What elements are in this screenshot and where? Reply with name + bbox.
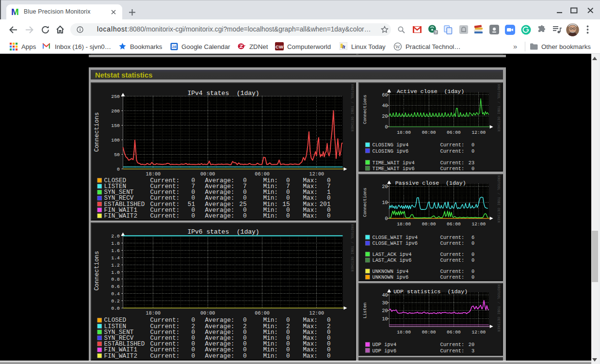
svg-text:Current:: Current: [150, 212, 179, 220]
svg-text:0: 0 [471, 240, 474, 246]
svg-text:Max:: Max: [303, 352, 317, 360]
svg-text:0: 0 [385, 216, 388, 222]
svg-text:12:00: 12:00 [472, 130, 486, 135]
svg-text:0: 0 [471, 257, 474, 263]
svg-text:00:00: 00:00 [422, 330, 436, 335]
svg-text:100: 100 [111, 138, 120, 143]
svg-text:UNKNOWN ipv6: UNKNOWN ipv6 [373, 274, 409, 280]
svg-text:12:00: 12:00 [472, 222, 486, 227]
svg-text:TIME_WAIT ipv4: TIME_WAIT ipv4 [373, 160, 415, 166]
svg-text:18:00: 18:00 [146, 311, 161, 316]
svg-text:28: 28 [172, 45, 176, 49]
svg-text:0: 0 [471, 142, 474, 148]
svg-text:Current:: Current: [440, 240, 465, 246]
svg-text:UDP ipv4: UDP ipv4 [373, 342, 397, 348]
svg-text:3: 3 [471, 348, 474, 354]
svg-text:Average:: Average: [205, 212, 234, 220]
svg-text:Current:: Current: [440, 269, 465, 274]
svg-text:0: 0 [243, 212, 246, 220]
svg-text:Listen: Listen [362, 302, 368, 318]
svg-text:CW: CW [276, 44, 283, 49]
svg-text:20: 20 [382, 114, 388, 120]
svg-text:60: 60 [382, 93, 388, 98]
svg-text:UDP ipv6: UDP ipv6 [373, 348, 397, 354]
svg-text:FIN_WAIT2: FIN_WAIT2 [104, 212, 137, 220]
svg-text:1.4: 1.4 [111, 255, 120, 261]
svg-text:0.4: 0.4 [111, 291, 120, 297]
svg-text:Current:: Current: [440, 342, 465, 348]
svg-text:Average:: Average: [205, 352, 234, 360]
svg-text:TIME_WAIT ipv6: TIME_WAIT ipv6 [373, 166, 415, 171]
svg-text:0: 0 [471, 274, 474, 280]
svg-text:Min:: Min: [263, 212, 277, 220]
svg-text:IPv6 states (1day): IPv6 states (1day) [187, 228, 259, 236]
svg-text:Connections: Connections [93, 112, 100, 152]
svg-text:0: 0 [471, 252, 474, 257]
svg-text:UDP statistics (1day): UDP statistics (1day) [393, 288, 468, 295]
svg-text:0.8: 0.8 [111, 277, 120, 283]
svg-text:00:00: 00:00 [200, 311, 215, 316]
svg-text:UNKNOWN ipv4: UNKNOWN ipv4 [373, 269, 409, 274]
svg-text:0.2: 0.2 [111, 299, 120, 304]
svg-text:Current:: Current: [440, 166, 465, 171]
svg-text:0: 0 [286, 212, 290, 220]
svg-text:0: 0 [191, 352, 195, 360]
svg-text:250: 250 [111, 94, 120, 99]
svg-text:LAST_ACK ipv6: LAST_ACK ipv6 [373, 257, 412, 263]
svg-text:1.0: 1.0 [111, 270, 120, 275]
svg-text:200: 200 [111, 109, 120, 114]
svg-text:Current:: Current: [440, 142, 465, 148]
svg-text:0: 0 [191, 212, 195, 220]
svg-text:Current:: Current: [440, 235, 465, 240]
svg-text:12:00: 12:00 [472, 330, 486, 335]
svg-text:0.6: 0.6 [111, 285, 120, 290]
svg-text:IPv4 states (1day): IPv4 states (1day) [187, 90, 259, 97]
svg-text:Connections: Connections [93, 251, 100, 291]
svg-text:CLOSE_WAIT ipv4: CLOSE_WAIT ipv4 [373, 235, 418, 240]
svg-text:0: 0 [326, 212, 330, 220]
svg-text:Current:: Current: [440, 274, 465, 280]
svg-text:06:00: 06:00 [255, 311, 270, 316]
svg-text:CLOSING ipv6: CLOSING ipv6 [373, 148, 409, 154]
svg-text:1.6: 1.6 [111, 248, 120, 253]
svg-text:18:00: 18:00 [397, 130, 411, 135]
svg-text:?: ? [435, 30, 437, 34]
svg-text:2.0: 2.0 [111, 234, 120, 239]
svg-text:06:00: 06:00 [447, 130, 461, 135]
svg-text:00:00: 00:00 [200, 172, 215, 177]
svg-text:50: 50 [114, 152, 120, 158]
svg-text:RRDTOOL / TOBI OETIKER: RRDTOOL / TOBI OETIKER [497, 175, 501, 223]
svg-text:20: 20 [382, 184, 388, 190]
svg-text:Active close (1day): Active close (1day) [397, 88, 464, 95]
svg-text:0: 0 [385, 125, 388, 130]
svg-text:Current:: Current: [150, 352, 179, 360]
svg-text:18:00: 18:00 [397, 222, 411, 227]
svg-text:0: 0 [471, 166, 474, 171]
svg-text:Current:: Current: [440, 148, 465, 154]
svg-text:CLOSE_WAIT ipv6: CLOSE_WAIT ipv6 [373, 240, 418, 246]
svg-text:Connections: Connections [362, 95, 368, 125]
svg-text:M: M [12, 7, 19, 16]
svg-text:18:00: 18:00 [146, 172, 161, 177]
svg-text:10: 10 [382, 200, 388, 206]
svg-text:00:00: 00:00 [422, 222, 436, 227]
svg-text:CLOSING ipv4: CLOSING ipv4 [373, 142, 409, 148]
svg-text:30: 30 [382, 301, 388, 306]
svg-text:Connections: Connections [362, 188, 368, 217]
svg-text:150: 150 [111, 123, 120, 128]
svg-text:FIN_WAIT2: FIN_WAIT2 [104, 352, 137, 360]
svg-text:Current:: Current: [440, 348, 465, 354]
svg-text:0: 0 [117, 167, 120, 172]
svg-text:LAST_ACK ipv4: LAST_ACK ipv4 [373, 252, 412, 257]
svg-text:23: 23 [469, 160, 474, 166]
svg-text:RRDTOOL / TOBI OETIKER: RRDTOOL / TOBI OETIKER [350, 84, 354, 132]
svg-text:20: 20 [382, 308, 388, 314]
svg-text:0: 0 [471, 269, 474, 274]
svg-text:0: 0 [286, 352, 290, 360]
svg-text:06:00: 06:00 [447, 330, 461, 335]
svg-text:0.0: 0.0 [111, 306, 120, 311]
svg-text:Current:: Current: [440, 160, 465, 166]
svg-text:06:00: 06:00 [447, 222, 461, 227]
svg-text:1.2: 1.2 [111, 263, 120, 268]
svg-text:RRDTOOL / TOBI OETIKER: RRDTOOL / TOBI OETIKER [350, 224, 354, 272]
